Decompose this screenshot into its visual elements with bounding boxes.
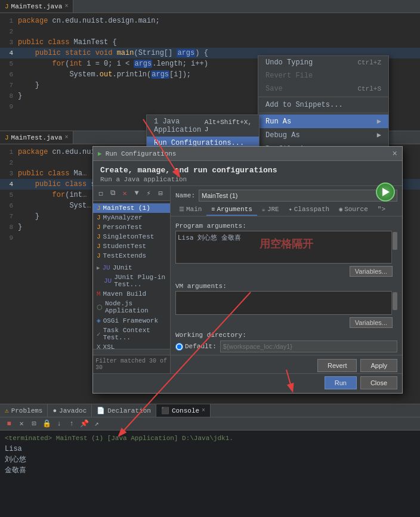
- default-radio[interactable]: [175, 343, 183, 351]
- ctx-label: Revert File: [265, 72, 313, 80]
- tab-maintest-top[interactable]: J MainTest.java ×: [0, 0, 73, 13]
- tree-item-maven[interactable]: M Maven Build: [93, 289, 170, 299]
- tab-console[interactable]: ⬛ Console ×: [156, 404, 211, 417]
- tab-declaration[interactable]: 📄 Declaration: [92, 404, 156, 417]
- tab-jre[interactable]: ☕ JRE: [257, 204, 284, 216]
- run-as-submenu: 1 Java Application Alt+Shift+X, J Run Co…: [146, 114, 260, 150]
- java-app-icon: J: [97, 214, 101, 221]
- program-args-input[interactable]: Lisa 刘心悠 金敬喜: [175, 231, 391, 264]
- program-args-scrollbar[interactable]: [391, 231, 397, 264]
- tab-main[interactable]: ☰ Main: [174, 204, 206, 216]
- ctx-debug-as[interactable]: Debug As ▶: [258, 128, 388, 142]
- dialog-left-toolbar: ◻ ⧉ ✕ ▼ ⚡ ⊟: [93, 186, 170, 201]
- console-icon: ⬛: [161, 407, 169, 414]
- tree-item-singletontest[interactable]: J SingletonTest: [93, 232, 170, 242]
- tree-item-osgi[interactable]: ◈ OSGi Framework: [93, 315, 170, 326]
- console-output-line3: 金敬喜: [5, 465, 415, 476]
- submenu-label: 1 Java Application: [154, 117, 205, 134]
- tree-item-junit-group[interactable]: ▶ JU JUnit: [93, 263, 170, 273]
- default-dir-input[interactable]: [220, 340, 397, 352]
- name-input[interactable]: [199, 190, 397, 202]
- dialog-tree[interactable]: J MainTest (1) J MyAnalyzer J PersonTest…: [93, 201, 170, 349]
- console-remove-btn[interactable]: ✕: [16, 419, 27, 429]
- play-icon: [382, 188, 390, 196]
- console-tab-close[interactable]: ×: [202, 407, 205, 414]
- tab-arguments-label: Arguments: [217, 206, 252, 213]
- revert-button[interactable]: Revert: [317, 359, 357, 372]
- ctx-revert-file[interactable]: Revert File: [258, 69, 388, 82]
- new-config-btn[interactable]: ◻: [95, 188, 106, 199]
- tab-maintest-bottom[interactable]: J MainTest.java ×: [0, 131, 73, 144]
- ctx-arrow-icon: ▶: [377, 131, 381, 140]
- vm-args-variables-btn[interactable]: Variables...: [350, 317, 393, 328]
- dialog-close-button[interactable]: ×: [393, 150, 397, 158]
- tab-close-top[interactable]: ×: [64, 3, 68, 10]
- program-args-variables-btn[interactable]: Variables...: [350, 266, 393, 277]
- console-output-line2: 刘心悠: [5, 454, 415, 465]
- console-scroll-lock-btn[interactable]: 🔒: [41, 419, 52, 429]
- filter-btn[interactable]: ▼: [131, 188, 142, 199]
- apply-button[interactable]: Apply: [360, 359, 397, 372]
- code-line: 1 package cn.edu.nuist.design.main;: [0, 16, 420, 26]
- toolbar-btn-5[interactable]: ⚡: [143, 188, 154, 199]
- delete-btn[interactable]: ✕: [119, 188, 130, 199]
- tree-item-myanalyzer[interactable]: J MyAnalyzer: [93, 213, 170, 222]
- tab-classpath[interactable]: ✦ Classpath: [284, 204, 334, 216]
- ctx-arrow-icon: ▶: [377, 117, 381, 126]
- ctx-separator: [258, 113, 388, 113]
- ctx-undo-typing[interactable]: Undo Typing Ctrl+Z: [258, 56, 388, 69]
- console-clear-btn[interactable]: ⊡: [29, 419, 39, 429]
- ctx-label: Add to Snippets...: [265, 101, 343, 109]
- console-panel: ⚠ Problems ● Javadoc 📄 Declaration ⬛ Con…: [0, 404, 420, 517]
- dialog-header: Create, manage, and run configurations R…: [93, 161, 402, 186]
- ctx-run-as[interactable]: Run As ▶ 1 Java Application Alt+Shift+X,…: [258, 114, 388, 128]
- tab-source[interactable]: ◉ Source: [334, 204, 373, 216]
- args-tab-icon: ≡: [211, 206, 215, 213]
- tree-item-testextends[interactable]: J TestExtends: [93, 251, 170, 261]
- scroll-thumb: [393, 292, 397, 310]
- vm-args-input[interactable]: [175, 291, 391, 315]
- collapse-btn[interactable]: ⊟: [155, 188, 166, 199]
- console-scroll-up-btn[interactable]: ↑: [66, 419, 77, 429]
- program-args-section: Program arguments: Lisa 刘心悠 金敬喜 用空格隔开 Va…: [171, 220, 402, 278]
- tab-javadoc[interactable]: ● Javadoc: [48, 404, 92, 417]
- ctx-save[interactable]: Save Ctrl+S: [258, 82, 388, 95]
- console-pin-btn[interactable]: 📌: [79, 419, 89, 429]
- tree-item-nodejs[interactable]: ⬡ Node.js Application: [93, 299, 170, 315]
- console-scroll-end-btn[interactable]: ↓: [54, 419, 64, 429]
- console-terminate-btn[interactable]: ■: [4, 419, 14, 429]
- tab-main-label: Main: [186, 206, 202, 213]
- source-tab-icon: ◉: [339, 206, 342, 213]
- java-app-icon: J: [97, 233, 101, 240]
- tab-problems[interactable]: ⚠ Problems: [0, 404, 48, 417]
- dialog-left-panel: ◻ ⧉ ✕ ▼ ⚡ ⊟ J MainTest (1) J MyAnalyzer …: [93, 186, 171, 373]
- duplicate-btn[interactable]: ⧉: [107, 188, 118, 199]
- vm-args-section: VM arguments: Variables...: [171, 280, 402, 329]
- run-button[interactable]: Run: [325, 376, 357, 389]
- tree-item-studenttest[interactable]: J StudentTest: [93, 242, 170, 251]
- java-file-icon: J: [5, 3, 9, 10]
- vm-args-wrapper: [175, 291, 397, 315]
- tree-item-task[interactable]: ✓ Task Context Test...: [93, 326, 170, 342]
- tree-item-maintest[interactable]: J MainTest (1): [93, 203, 170, 213]
- tab-more-label: ">: [378, 206, 385, 213]
- run-configurations-dialog: ▶ Run Configurations × Create, manage, a…: [92, 146, 403, 394]
- vm-args-scrollbar[interactable]: [391, 291, 397, 315]
- task-icon: ✓: [97, 330, 101, 338]
- console-open-btn[interactable]: ↗: [91, 419, 102, 429]
- ctx-shortcut: Ctrl+Z: [357, 59, 381, 66]
- horizontal-scrollbar[interactable]: [93, 349, 170, 355]
- tab-arguments[interactable]: ≡ Arguments: [206, 204, 257, 216]
- tree-item-junit-plugin[interactable]: JU JUnit Plug-in Test...: [93, 273, 170, 289]
- submenu-java-app[interactable]: 1 Java Application Alt+Shift+X, J: [147, 115, 259, 137]
- close-button[interactable]: Close: [360, 376, 397, 389]
- tab-close-bottom[interactable]: ×: [64, 134, 68, 141]
- tree-item-persontest[interactable]: J PersonTest: [93, 222, 170, 232]
- ctx-label: Undo Typing: [265, 58, 313, 67]
- ctx-add-snippets[interactable]: Add to Snippets...: [258, 98, 388, 112]
- tree-item-xsl[interactable]: X XSL: [93, 342, 170, 349]
- main-tab-icon: ☰: [179, 206, 184, 213]
- tab-console-label: Console: [172, 407, 199, 414]
- tree-item-label: Task Context Test...: [103, 327, 166, 341]
- tab-more[interactable]: ">: [373, 204, 390, 216]
